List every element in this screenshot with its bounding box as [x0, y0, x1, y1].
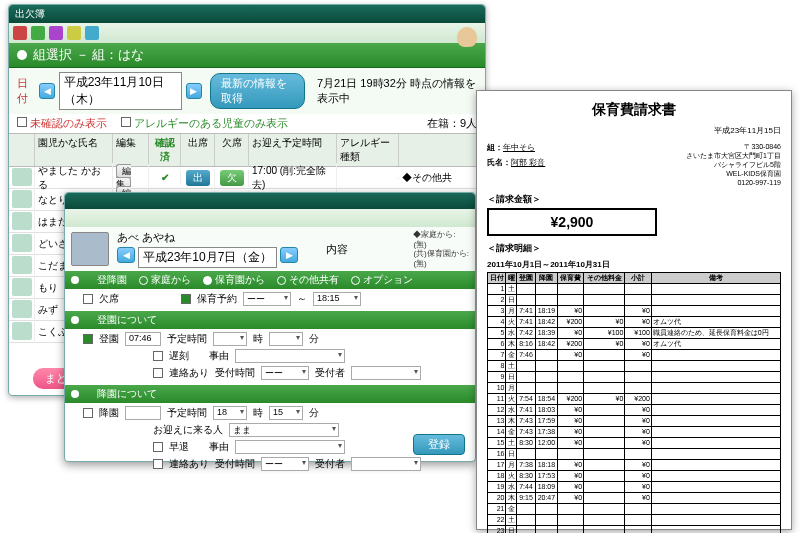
invoice-row: 12水7:4118:03¥0¥0: [488, 405, 781, 416]
invoice-name: 阿部 彩音: [511, 158, 545, 167]
avatar: [12, 300, 32, 318]
invoice-row: 13木7:4317:59¥0¥0: [488, 416, 781, 427]
invoice-row: 2日: [488, 295, 781, 306]
child-date-prev[interactable]: ◀: [117, 247, 135, 263]
attend-button[interactable]: 出: [186, 170, 210, 186]
date-prev-button[interactable]: ◀: [39, 83, 54, 99]
recv-time-select[interactable]: ーー: [261, 366, 309, 380]
radio-from-home[interactable]: 家庭から: [139, 273, 191, 287]
date-label: 日付: [17, 76, 35, 106]
plan-hour-select[interactable]: [213, 332, 247, 346]
child-name-cell: やました かおる: [35, 163, 113, 193]
leave-recv-by-select[interactable]: [351, 457, 421, 471]
invoice-row: 21金: [488, 504, 781, 515]
leave-min-select[interactable]: 15: [269, 406, 303, 420]
date-next-button[interactable]: ▶: [186, 83, 201, 99]
date-bar: 日付 ◀ 平成23年11月10日（木） ▶ 最新の情報を取得 7月21日 19時…: [9, 68, 485, 114]
reserve-end-select[interactable]: 18:15: [313, 292, 361, 306]
tool-icon[interactable]: [13, 26, 27, 40]
early-reason-select[interactable]: [235, 440, 345, 454]
reserve-checkbox[interactable]: [181, 294, 191, 304]
dialog-toolbar: [65, 209, 475, 227]
avatar: [12, 212, 32, 230]
group-text: 組選択 － 組：はな: [33, 46, 144, 64]
avatar: [12, 278, 32, 296]
contact-checkbox[interactable]: [153, 368, 163, 378]
radio-from-school[interactable]: 保育園から: [203, 273, 265, 287]
invoice-row: 22土: [488, 515, 781, 526]
toolbar: [9, 23, 485, 43]
invoice-row: 4火7:4118:42¥200¥0¥0オムツ代: [488, 317, 781, 328]
avatar: [12, 234, 32, 252]
invoice-row: 19水7:4418:09¥0¥0: [488, 482, 781, 493]
leave-time-input[interactable]: [125, 406, 161, 420]
absent-button[interactable]: 欠: [220, 170, 244, 186]
refresh-button[interactable]: 最新の情報を取得: [210, 73, 305, 109]
tool-icon[interactable]: [67, 26, 81, 40]
invoice-row: 14金7:4317:38¥0¥0: [488, 427, 781, 438]
table-row[interactable]: やました かおる 編集 ✔ 出 欠 17:00 (削:完全除去) ◆その他共: [9, 167, 485, 189]
invoice-row: 5水7:4218:39¥0¥100¥100職員連絡のため、延長保育料金は0円: [488, 328, 781, 339]
enrolled-count: 在籍：9人: [427, 116, 477, 131]
filter-unconfirmed[interactable]: 未確認のみ表示: [17, 116, 107, 131]
avatar: [12, 190, 32, 208]
invoice-row: 6木8:1618:42¥200¥0¥0オムツ代: [488, 339, 781, 350]
confirmed-cell: ✔: [149, 171, 181, 184]
invoice-row: 10月: [488, 383, 781, 394]
dialog-titlebar: [65, 193, 475, 209]
group-bar: 組選択 － 組：はな: [9, 43, 485, 68]
invoice-row: 7金7:46¥0¥0: [488, 350, 781, 361]
leave-hour-select[interactable]: 18: [213, 406, 247, 420]
register-button[interactable]: 登録: [413, 434, 465, 455]
avatar: [12, 322, 32, 340]
avatar: [12, 168, 32, 186]
child-photo: [71, 232, 109, 266]
invoice-document: 保育費請求書 平成23年11月15日 組：年中そら 氏名：阿部 彩音 〒330-…: [476, 90, 792, 530]
tool-icon[interactable]: [49, 26, 63, 40]
amount-label: ＜請求金額＞: [487, 193, 781, 206]
plan-min-select[interactable]: [269, 332, 303, 346]
radio-other-share[interactable]: その他共有: [277, 273, 339, 287]
section-departure-header: 降園について: [65, 385, 475, 403]
arrive-checkbox[interactable]: [83, 334, 93, 344]
invoice-row: 1土: [488, 284, 781, 295]
invoice-row: 23日: [488, 526, 781, 533]
recv-by-select[interactable]: [351, 366, 421, 380]
leave-checkbox[interactable]: [83, 408, 93, 418]
reserve-start-select[interactable]: ーー: [243, 292, 291, 306]
late-checkbox[interactable]: [153, 351, 163, 361]
pickup-cell: 17:00 (削:完全除去): [249, 163, 337, 193]
detail-label: ＜請求明細＞: [487, 242, 781, 255]
filter-bar: 未確認のみ表示 アレルギーのある児童のみ表示 在籍：9人: [9, 114, 485, 133]
invoice-date: 平成23年11月15日: [487, 125, 781, 136]
invoice-title: 保育費請求書: [487, 101, 781, 119]
other-cell: ◆その他共: [399, 170, 485, 186]
content-label: 内容: [326, 242, 348, 257]
invoice-table: 日付曜登園降園保育費その他料金小計備考 1土2日3月7:4118:19¥0¥04…: [487, 272, 781, 533]
leave-recv-time-select[interactable]: ーー: [261, 457, 309, 471]
invoice-row: 3月7:4118:19¥0¥0: [488, 306, 781, 317]
child-date-next[interactable]: ▶: [280, 247, 298, 263]
absent-checkbox[interactable]: [83, 294, 93, 304]
section-attendance-header: 登降園 家庭から 保育園から その他共有 オプション: [65, 271, 475, 289]
late-reason-select[interactable]: [235, 349, 345, 363]
child-date[interactable]: 平成23年10月7日（金）: [138, 247, 277, 268]
pickup-person-select[interactable]: まま: [229, 423, 339, 437]
date-input[interactable]: 平成23年11月10日（木）: [59, 72, 182, 110]
tool-icon[interactable]: [31, 26, 45, 40]
leave-contact-checkbox[interactable]: [153, 459, 163, 469]
mascot-icon: [457, 27, 477, 47]
invoice-row: 9日: [488, 372, 781, 383]
arrive-time-input[interactable]: 07:46: [125, 332, 161, 346]
child-name: あべ あやね: [117, 230, 298, 245]
early-leave-checkbox[interactable]: [153, 442, 163, 452]
amount-box: ¥2,900: [487, 208, 657, 236]
invoice-row: 20木9:1520:47¥0¥0: [488, 493, 781, 504]
child-dialog: あべ あやね ◀ 平成23年10月7日（金） ▶ 内容 ◆家庭から: (無) (…: [64, 192, 476, 462]
filter-allergy[interactable]: アレルギーのある児童のみ表示: [121, 116, 288, 131]
radio-option[interactable]: オプション: [351, 273, 413, 287]
status-text: 7月21日 19時32分 時点の情報を表示中: [317, 76, 477, 106]
window-title: 出欠簿: [9, 5, 485, 23]
tool-icon[interactable]: [85, 26, 99, 40]
section-arrival-header: 登園について: [65, 311, 475, 329]
